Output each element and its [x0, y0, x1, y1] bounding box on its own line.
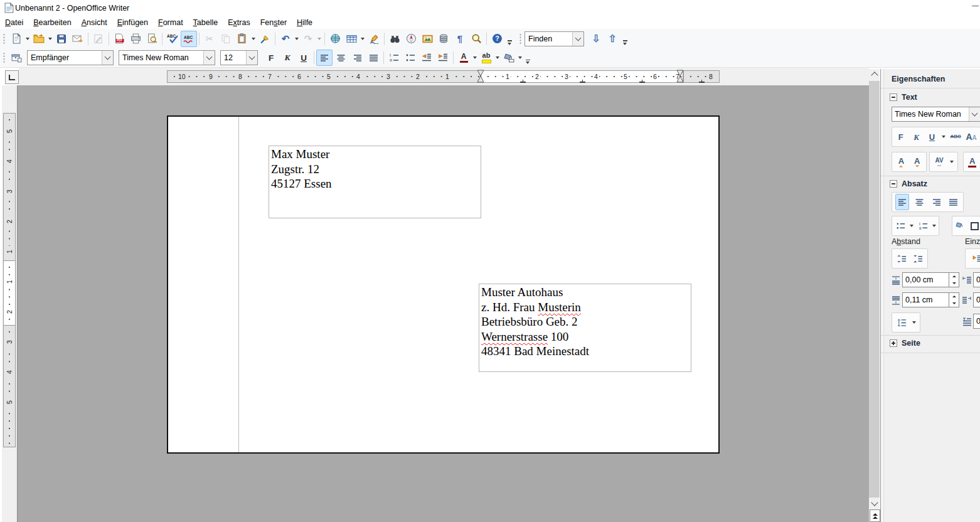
undo-dropdown[interactable]: [295, 38, 299, 40]
sidebar-italic-button[interactable]: K: [910, 129, 924, 145]
line-spacing-button[interactable]: [895, 314, 908, 331]
menu-ansicht[interactable]: Ansicht: [77, 17, 112, 28]
paragraph-border-button[interactable]: [967, 218, 980, 234]
toolbar-overflow-button[interactable]: [523, 49, 532, 67]
find-toolbar-overflow-button[interactable]: [620, 30, 629, 48]
font-color-button[interactable]: A: [455, 50, 472, 66]
menu-tabelle[interactable]: Tabelle: [188, 17, 223, 28]
redo-dropdown[interactable]: [317, 38, 321, 40]
bullet-list-button[interactable]: [402, 50, 418, 66]
expand-icon[interactable]: [890, 339, 897, 347]
collapse-icon[interactable]: [890, 93, 897, 101]
ruler-left-margin[interactable]: 10 9 8 7 6 5 4 3 2 1: [167, 70, 481, 83]
font-name-select[interactable]: Times New Roman: [119, 50, 215, 65]
align-left-button[interactable]: [316, 50, 333, 66]
minimize-button[interactable]: —: [972, 1, 979, 9]
spacing-below-spinner[interactable]: [949, 293, 959, 307]
increase-indent-button[interactable]: [435, 50, 451, 66]
navigator-button[interactable]: [403, 31, 419, 47]
collapse-icon[interactable]: [890, 180, 897, 188]
scrollbar-thumb[interactable]: [869, 81, 880, 498]
find-toolbar-grip[interactable]: [519, 33, 522, 45]
before-indent-input[interactable]: 0,: [973, 272, 980, 287]
style-dropdown-button[interactable]: [102, 51, 113, 65]
underline-dropdown[interactable]: [942, 136, 945, 138]
undo-button[interactable]: ↶: [277, 31, 294, 47]
ruler-right-margin[interactable]: 8: [683, 70, 720, 83]
find-next-button[interactable]: ⇩: [588, 31, 604, 47]
scroll-up-button[interactable]: [869, 69, 880, 80]
numbered-list-button[interactable]: III: [386, 50, 402, 66]
cut-button[interactable]: ✂: [201, 31, 218, 47]
envelope-page[interactable]: Max Muster Zugstr. 12 45127 Essen Muster…: [167, 115, 720, 454]
ruler-active-area[interactable]: 1 2 3 4 5 6 7: [481, 70, 683, 83]
paste-dropdown[interactable]: [252, 38, 255, 40]
line-spacing-dropdown[interactable]: [912, 321, 916, 324]
insert-table-button[interactable]: [343, 31, 360, 47]
menu-einfuegen[interactable]: Einfügen: [112, 17, 153, 28]
font-size-select[interactable]: 12: [220, 50, 258, 65]
spacing-below-input[interactable]: 0,11 cm: [902, 292, 959, 307]
toolbar-grip[interactable]: [3, 52, 6, 63]
paste-button[interactable]: [234, 31, 250, 47]
vruler-bottom-margin[interactable]: 3 4 5: [3, 325, 16, 447]
menu-extras[interactable]: Extras: [223, 17, 255, 28]
help-button[interactable]: ?: [489, 31, 505, 47]
background-color-button[interactable]: [501, 50, 517, 66]
data-sources-button[interactable]: [435, 31, 452, 47]
format-paintbrush-button[interactable]: [257, 31, 273, 47]
tab-stop-marker[interactable]: [639, 80, 645, 83]
align-right-button[interactable]: [349, 50, 365, 66]
find-replace-button[interactable]: [386, 31, 403, 47]
italic-button[interactable]: K: [279, 50, 296, 66]
auto-spellcheck-button[interactable]: ABC: [181, 31, 197, 47]
sidebar-align-right-button[interactable]: [929, 194, 943, 210]
section-seite-header[interactable]: Seite: [890, 339, 920, 348]
font-color-dropdown[interactable]: [473, 56, 477, 59]
left-indent-marker[interactable]: [477, 69, 484, 84]
formatting-marks-button[interactable]: ¶: [452, 31, 468, 47]
after-indent-input[interactable]: 0,: [973, 292, 980, 307]
find-dropdown-button[interactable]: [572, 32, 583, 46]
styles-window-button[interactable]: [8, 50, 24, 66]
scroll-down-button[interactable]: [869, 498, 880, 509]
vruler-active-area[interactable]: 1 2: [3, 260, 16, 326]
recipient-address-frame[interactable]: Muster Autohaus z. Hd. Frau Musterin Bet…: [479, 284, 691, 372]
page-preview-button[interactable]: [144, 31, 160, 47]
sidebar-align-left-button[interactable]: [895, 194, 909, 210]
sidebar-align-justify-button[interactable]: [946, 194, 960, 210]
numbered-list-dropdown[interactable]: [932, 225, 936, 227]
redo-button[interactable]: ↷: [300, 31, 316, 47]
new-document-dropdown[interactable]: [26, 38, 29, 40]
paragraph-style-select[interactable]: Empfänger: [27, 50, 114, 65]
vertical-scrollbar[interactable]: [869, 69, 880, 522]
sidebar-bold-button[interactable]: F: [894, 129, 908, 145]
increase-spacing-button[interactable]: [895, 250, 908, 267]
find-previous-button[interactable]: ⇧: [604, 31, 620, 47]
new-document-button[interactable]: [8, 31, 24, 47]
tab-stop-marker[interactable]: [580, 80, 585, 83]
spacing-above-spinner[interactable]: [949, 273, 959, 287]
copy-button[interactable]: [218, 31, 234, 47]
open-dropdown[interactable]: [48, 38, 52, 40]
decrease-spacing-button[interactable]: [911, 250, 925, 267]
sidebar-underline-button[interactable]: U: [925, 129, 939, 145]
sidebar-bullet-list-button[interactable]: [893, 218, 907, 234]
character-spacing-button[interactable]: AV⇔: [932, 154, 946, 170]
size-dropdown-button[interactable]: [246, 51, 257, 65]
spellcheck-button[interactable]: ABC: [164, 31, 181, 47]
background-color-dropdown[interactable]: [518, 56, 522, 59]
underline-button[interactable]: U: [296, 50, 312, 66]
export-pdf-button[interactable]: PDF: [111, 31, 127, 47]
tab-stop-marker[interactable]: [520, 80, 526, 83]
section-absatz-header[interactable]: Absatz: [890, 179, 927, 188]
grow-font-button[interactable]: A: [894, 154, 908, 170]
bullet-list-dropdown[interactable]: [910, 225, 913, 227]
menu-format[interactable]: Format: [153, 17, 188, 28]
draw-functions-button[interactable]: [366, 31, 382, 47]
sidebar-strikethrough-button[interactable]: ABC: [949, 129, 962, 145]
bold-button[interactable]: F: [263, 50, 279, 66]
insert-table-dropdown[interactable]: [361, 38, 365, 40]
document-view[interactable]: Max Muster Zugstr. 12 45127 Essen Muster…: [18, 85, 869, 522]
highlighting-dropdown[interactable]: [496, 56, 499, 59]
